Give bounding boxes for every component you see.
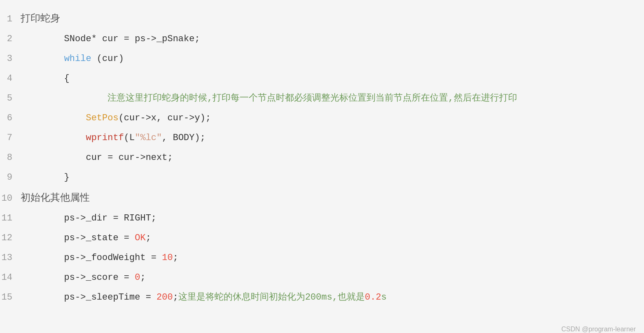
line-content: 打印蛇身: [21, 8, 644, 29]
line-content: ps->_sleepTime = 200;这里是将蛇的休息时间初始化为200ms…: [21, 288, 644, 307]
code-line: 11 ps->_dir = RIGHT;: [0, 209, 644, 228]
code-segment: 0.2: [365, 292, 381, 303]
code-segment: ;: [140, 272, 145, 283]
line-number: 8: [0, 148, 21, 168]
line-number: 14: [0, 268, 21, 288]
code-segment: cur = cur->next;: [21, 152, 173, 163]
code-line: 8 cur = cur->next;: [0, 148, 644, 168]
code-segment: }: [21, 172, 70, 183]
line-content: }: [21, 168, 644, 188]
section-comment: 初始化其他属性: [21, 192, 90, 203]
code-line: 7 wprintf(L"%lc", BODY);: [0, 128, 644, 148]
line-content: 注意这里打印蛇身的时候,打印每一个节点时都必须调整光标位置到当前节点所在位置,然…: [21, 89, 644, 108]
code-line: 5 注意这里打印蛇身的时候,打印每一个节点时都必须调整光标位置到当前节点所在位置…: [0, 89, 644, 108]
code-line: 14 ps->_score = 0;: [0, 268, 644, 288]
code-segment: (L: [124, 133, 135, 143]
watermark: CSDN @program-learner: [561, 326, 636, 333]
code-segment: , BODY);: [162, 133, 205, 143]
code-segment: (cur->x, cur->y);: [119, 113, 211, 123]
code-segment: 200: [156, 292, 173, 303]
code-segment: [21, 54, 64, 64]
line-content: cur = cur->next;: [21, 148, 644, 168]
code-segment: [21, 113, 86, 123]
line-content: while (cur): [21, 49, 644, 69]
code-segment: wprintf: [86, 133, 124, 143]
code-segment: SNode* cur = ps->_pSnake;: [21, 34, 200, 44]
code-line: 9 }: [0, 168, 644, 188]
code-segment: 这里是将蛇的休息时间初始化为200ms,也就是: [178, 292, 365, 303]
code-line: 3 while (cur): [0, 49, 644, 69]
section-comment: 打印蛇身: [21, 12, 60, 23]
line-number: 15: [0, 288, 21, 307]
code-segment: 10: [162, 253, 173, 263]
line-number: 2: [0, 29, 21, 49]
code-segment: ps->_foodWeight =: [21, 253, 162, 263]
line-content: {: [21, 69, 644, 89]
code-line: 4 {: [0, 69, 644, 89]
line-content: SetPos(cur->x, cur->y);: [21, 108, 644, 128]
line-content: ps->_score = 0;: [21, 268, 644, 288]
line-number: 7: [0, 128, 21, 148]
line-number: 9: [0, 168, 21, 188]
line-content: wprintf(L"%lc", BODY);: [21, 128, 644, 148]
code-segment: ps->_sleepTime =: [21, 292, 156, 303]
code-line: 6 SetPos(cur->x, cur->y);: [0, 108, 644, 128]
code-segment: "%lc": [135, 133, 162, 143]
line-number: 3: [0, 49, 21, 69]
code-segment: s: [381, 292, 387, 303]
line-number: 13: [0, 248, 21, 268]
code-segment: {: [21, 73, 70, 84]
code-segment: OK: [135, 233, 145, 243]
code-segment: SetPos: [86, 113, 118, 123]
line-number: 6: [0, 108, 21, 128]
line-content: SNode* cur = ps->_pSnake;: [21, 29, 644, 49]
code-line: 10初始化其他属性: [0, 188, 644, 209]
code-segment: ;: [173, 253, 178, 263]
code-segment: [21, 133, 86, 143]
line-number: 1: [0, 9, 21, 29]
line-content: ps->_dir = RIGHT;: [21, 209, 644, 228]
code-segment: 0: [135, 272, 140, 283]
code-line: 13 ps->_foodWeight = 10;: [0, 248, 644, 268]
code-segment: ps->_state =: [21, 233, 135, 243]
line-content: 初始化其他属性: [21, 188, 644, 209]
code-line: 15 ps->_sleepTime = 200;这里是将蛇的休息时间初始化为20…: [0, 288, 644, 307]
line-number: 4: [0, 69, 21, 89]
code-segment: 注意这里打印蛇身的时候,打印每一个节点时都必须调整光标位置到当前节点所在位置,然…: [21, 93, 517, 103]
code-segment: ;: [146, 233, 151, 243]
code-segment: ps->_dir = RIGHT;: [21, 213, 156, 223]
line-number: 5: [0, 89, 21, 108]
line-number: 10: [0, 189, 21, 209]
code-segment: (cur): [91, 54, 124, 64]
code-segment: ;: [173, 292, 178, 303]
code-line: 12 ps->_state = OK;: [0, 228, 644, 248]
line-number: 12: [0, 228, 21, 248]
line-number: 11: [0, 209, 21, 228]
code-segment: while: [64, 54, 91, 64]
code-segment: ps->_score =: [21, 272, 135, 283]
line-content: ps->_state = OK;: [21, 228, 644, 248]
code-line: 2 SNode* cur = ps->_pSnake;: [0, 29, 644, 49]
code-line: 1打印蛇身: [0, 8, 644, 29]
line-content: ps->_foodWeight = 10;: [21, 248, 644, 268]
code-container: 1打印蛇身2 SNode* cur = ps->_pSnake;3 while …: [0, 4, 644, 333]
